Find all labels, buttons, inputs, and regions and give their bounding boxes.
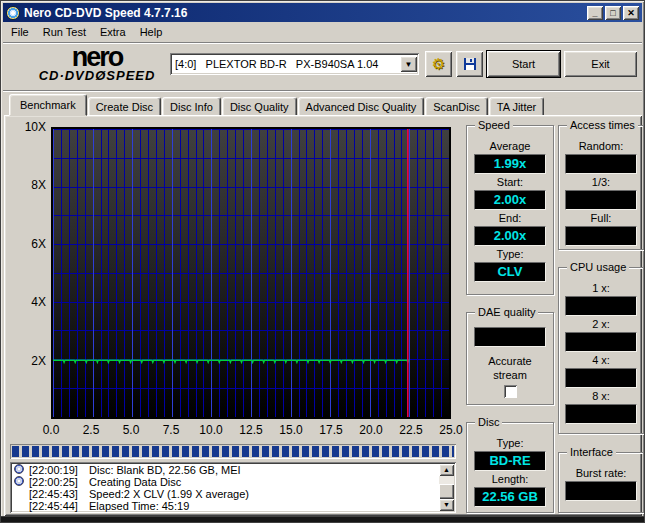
app-window: { "window": { "title": "Nero CD-DVD Spee… [0,0,645,523]
app-icon [6,6,20,20]
speed-display: 1.99x [474,154,546,174]
tab-benchmark[interactable]: Benchmark [9,94,87,116]
menu-item-file[interactable]: File [4,24,36,40]
cdvd-speed-logo-text: CD·DVDØSPEED [22,69,172,82]
cpu_usage-display [565,404,637,424]
drive-select-value: [4:0] PLEXTOR BD-R PX-B940SA 1.04 [170,58,400,70]
accurate-stream-label-2: stream [493,369,527,383]
tab-bar: BenchmarkCreate DiscDisc InfoDisc Qualit… [9,94,641,116]
maximize-button[interactable]: □ [605,6,621,20]
tab-ta-jitter[interactable]: TA Jitter [489,97,545,116]
header-separator [3,90,642,92]
chevron-down-icon[interactable]: ▼ [400,56,417,72]
speed-field-label: Average [490,140,531,154]
x-axis-label: 0.0 [31,423,71,437]
access_times-field-label: 1/3: [592,176,610,190]
log-entry: [22:45:44]Elapsed Time: 45:19 [14,500,438,512]
log-scrollbar[interactable]: ▲ ▼ [439,464,454,511]
tab-scandisc[interactable]: ScanDisc [425,97,487,116]
y-axis-label: 2X [12,354,46,368]
interface-panel-title: Interface [567,446,616,458]
cpu_usage-field-label: 1 x: [592,282,610,296]
scroll-up-icon[interactable]: ▲ [439,464,454,476]
speed-display: CLV [474,262,546,282]
log-timestamp: [22:45:43] [29,488,89,500]
accurate-stream-label-1: Accurate [488,355,531,369]
speed-panel: Speed Average1.99xStart:2.00xEnd:2.00xTy… [466,125,554,295]
x-axis-label: 2.5 [71,423,111,437]
header: nero CD·DVDØSPEED [4:0] PLEXTOR BD-R PX-… [4,44,641,89]
access_times-field-label: Random: [579,140,624,154]
cpu_usage-field-label: 2 x: [592,318,610,332]
disc-icon [14,476,24,486]
log-text: Speed:2 X CLV (1.99 X average) [89,488,249,500]
log-entries: [22:00:19]Disc: Blank BD, 22.56 GB, MEI[… [14,464,438,512]
speed-field-label: End: [499,212,522,226]
cpu_usage-field-label: 4 x: [592,354,610,368]
chart-series [53,129,449,417]
access_times-display [565,226,637,246]
disc-panel: Disc Type:BD-RELength:22.56 GB [466,422,554,513]
log-text: Elapsed Time: 45:19 [89,500,189,512]
disc-display: BD-RE [474,451,546,471]
scroll-down-icon[interactable]: ▼ [439,499,454,511]
log-timestamp: [22:45:44] [29,500,89,512]
y-axis-label: 4X [12,295,46,309]
x-axis-label: 10.0 [191,423,231,437]
progress-fill [12,446,454,457]
cpu-usage-panel: CPU usage 1 x:2 x:4 x:8 x: [558,267,644,434]
x-axis-label: 17.5 [311,423,351,437]
options-button[interactable]: ⚙ [425,51,452,77]
access_times-field-label: Full: [591,212,612,226]
speed-field-label: Type: [497,248,524,262]
log-box[interactable]: [22:00:19]Disc: Blank BD, 22.56 GB, MEI[… [10,462,456,513]
exit-button[interactable]: Exit [564,51,637,77]
cpu_usage-display [565,332,637,352]
access-times-panel-title: Access times [567,119,638,131]
disc-field-label: Type: [497,437,524,451]
access_times-display [565,190,637,210]
window-bottom-edge [1,516,644,522]
x-axis-label: 7.5 [151,423,191,437]
speed-display: 2.00x [474,226,546,246]
tab-advanced-disc-quality[interactable]: Advanced Disc Quality [298,97,425,116]
menu-item-run-test[interactable]: Run Test [36,24,93,40]
title-bar[interactable]: Nero CD-DVD Speed 4.7.7.16 _ □ ✕ [3,3,642,22]
disc-display: 22.56 GB [474,487,546,507]
tab-disc-quality[interactable]: Disc Quality [222,97,297,116]
options-icon: ⚙ [432,55,445,73]
interface-field-label: Burst rate: [576,467,627,481]
menu-bar: FileRun TestExtraHelp [4,23,641,41]
disc-panel-title: Disc [475,416,502,428]
disc-field-label: Length: [492,473,529,487]
close-button[interactable]: ✕ [623,6,639,20]
menu-item-extra[interactable]: Extra [93,24,133,40]
drive-select[interactable]: [4:0] PLEXTOR BD-R PX-B940SA 1.04 ▼ [170,53,419,75]
interface-display [565,481,637,501]
save-icon [462,56,478,72]
log-entry: [22:45:43]Speed:2 X CLV (1.99 X average) [14,488,438,500]
x-axis-label: 22.5 [391,423,431,437]
disc-icon [14,464,24,474]
window-title: Nero CD-DVD Speed 4.7.7.16 [24,6,585,20]
y-axis-label: 8X [12,178,46,192]
x-axis-label: 20.0 [351,423,391,437]
x-axis-label: 25.0 [431,423,471,437]
cpu_usage-field-label: 8 x: [592,390,610,404]
tab-create-disc[interactable]: Create Disc [88,97,161,116]
speed-field-label: Start: [497,176,523,190]
nero-logo: nero CD·DVDØSPEED [22,45,172,82]
benchmark-chart [51,127,451,419]
dae-quality-panel-title: DAE quality [475,306,538,318]
log-text: Creating Data Disc [89,476,181,488]
start-button[interactable]: Start [487,51,560,77]
access-times-panel: Access times Random:1/3:Full: [558,125,644,250]
minimize-button[interactable]: _ [587,6,603,20]
menu-item-help[interactable]: Help [133,24,170,40]
save-button[interactable] [456,51,483,77]
tab-disc-info[interactable]: Disc Info [162,97,221,116]
accurate-stream-checkbox[interactable] [504,385,517,398]
x-axis-label: 12.5 [231,423,271,437]
scrollbar-thumb[interactable] [439,484,454,499]
cpu_usage-display [565,368,637,388]
